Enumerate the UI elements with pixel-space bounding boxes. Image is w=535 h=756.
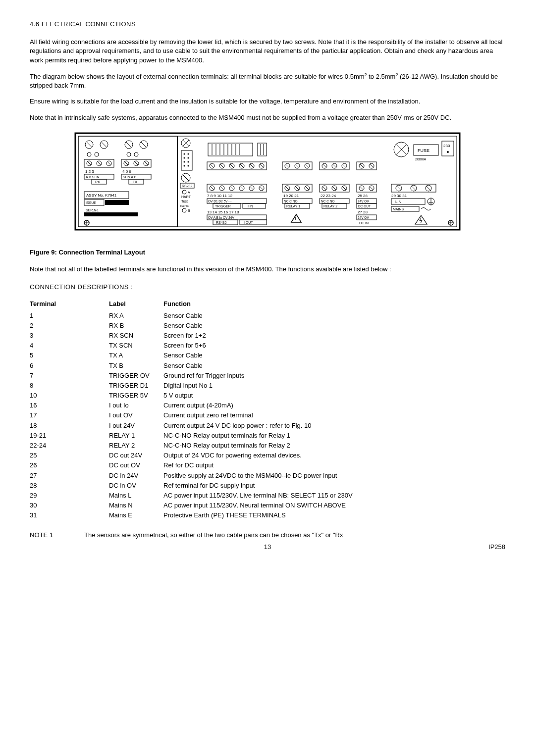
cell-terminal: 2 [30,321,109,331]
svg-text:24V  OV: 24V OV [358,200,369,203]
svg-point-14 [127,152,131,156]
table-row: 17I out OVCurrent output zero ref termin… [30,410,505,420]
svg-text:SCN  A   B: SCN A B [123,175,137,179]
paragraph-2: The diagram below shows the layout of ex… [30,72,505,91]
table-row: 19-21RELAY 1NC-C-NO Relay output termina… [30,431,505,441]
svg-text:19 20  21: 19 20 21 [283,194,299,198]
svg-line-11 [141,142,146,147]
svg-text:27  28: 27 28 [358,210,368,214]
svg-line-101 [210,186,214,190]
cell-function: Protective Earth (PE) THESE TERMINALS [163,510,505,520]
svg-line-29 [144,161,148,165]
svg-text:DC IN: DC IN [359,221,369,225]
connection-descriptions-title: CONNECTION DESCRIPTIONS : [30,283,505,292]
cell-function: Screen for 5+6 [163,341,505,351]
paragraph-1: All field wiring connections are accessi… [30,38,505,65]
paragraph-4: Note that in intrinsically safe systems,… [30,113,505,122]
cell-function: Ground ref for Trigger inputs [163,371,505,381]
svg-point-12 [87,152,91,156]
cell-terminal: 17 [30,410,109,420]
svg-point-15 [134,152,138,156]
svg-text:4    5    6: 4 5 6 [122,169,131,174]
table-row: 31Mains EProtective Earth (PE) THESE TER… [30,510,505,520]
cell-label: Mains N [109,501,163,510]
cell-label: TRIGGER D1 [109,381,163,391]
svg-text:FUSE: FUSE [418,148,429,153]
cell-label: DC in OV [109,481,163,491]
cell-terminal: 8 [30,381,109,391]
para2-a: The diagram below shows the layout of ex… [30,73,365,80]
cell-terminal: 18 [30,421,109,431]
page-footer: 13 IP258 [30,543,505,552]
svg-line-9 [102,142,107,147]
cell-label: TX B [109,361,163,371]
table-row: 2RX BSensor Cable [30,321,505,331]
svg-line-107 [240,186,244,190]
th-function: Function [163,300,505,310]
svg-text:7    8    9    10  11  12: 7 8 9 10 11 12 [207,194,233,198]
svg-rect-117 [243,203,266,208]
svg-line-211 [370,164,374,168]
svg-point-55 [188,153,189,154]
table-row: 3RX SCNScreen for 1+2 [30,331,505,341]
svg-line-130 [295,186,299,190]
svg-text:MAINS: MAINS [393,207,404,211]
cell-label: I out Io [109,401,163,410]
table-row: 22-24RELAY 2NC-C-NO Relay output termina… [30,441,505,451]
table-row: 18I out 24VCurrent output 24 V DC loop p… [30,421,505,431]
note-1: NOTE 1 The sensors are symmetrical, so e… [30,531,505,540]
cell-terminal: 22-24 [30,441,109,451]
svg-text:22  23  24: 22 23 24 [321,194,336,198]
svg-rect-86 [207,162,267,170]
svg-line-153 [360,186,364,190]
svg-point-67 [182,190,186,194]
svg-text:A: A [188,191,190,194]
table-row: 30Mains NAC power input 115/230V, Neural… [30,501,505,510]
svg-line-167 [396,186,401,191]
svg-line-18 [87,161,91,165]
svg-text:RS485: RS485 [216,221,227,224]
svg-point-57 [188,157,189,158]
figure-caption: Figure 9: Connection Terminal Layout [30,248,505,257]
cell-terminal: 31 [30,510,109,520]
svg-text:1    2    3: 1 2 3 [85,169,94,174]
svg-text:TX: TX [133,180,137,184]
table-row: 5TX ASensor Cable [30,351,505,360]
svg-text:25  26: 25 26 [358,194,368,198]
cell-terminal: 25 [30,451,109,460]
svg-point-58 [184,161,185,162]
table-row: 28DC in OVRef terminal for DC supply inp… [30,481,505,491]
svg-text:RELAY 1: RELAY 1 [286,204,300,208]
th-label: Label [109,300,163,310]
svg-text:I IN: I IN [248,204,253,208]
svg-rect-151 [357,184,376,192]
svg-point-56 [184,157,185,158]
svg-line-209 [360,164,364,168]
table-row: 7TRIGGER OVGround ref for Trigger inputs [30,371,505,381]
cell-label: RX B [109,321,163,331]
svg-line-22 [107,161,111,165]
svg-line-88 [210,164,214,168]
svg-line-10 [126,142,131,147]
svg-line-25 [124,161,128,165]
table-row: 1RX ASensor Cable [30,311,505,321]
cell-terminal: 30 [30,501,109,510]
svg-text:NC  C   NO: NC C NO [321,200,334,203]
cell-terminal: 19-21 [30,431,109,441]
svg-line-132 [305,186,309,190]
table-row: 25DC out 24VOutput of 24 VDC for powerin… [30,451,505,460]
svg-text:B: B [188,209,190,212]
section-heading: 4.6 ELECTRICAL CONNECTIONS [30,20,505,29]
cell-terminal: 26 [30,460,109,470]
th-terminal: Terminal [30,300,109,310]
svg-text:RX: RX [95,180,100,184]
cell-label: TRIGGER 5V [109,391,163,401]
cell-function: Positive supply at 24VDC to the MSM400--… [163,471,505,481]
cell-label: TRIGGER OV [109,371,163,381]
para2-b: to 2.5mm [367,73,396,80]
svg-point-54 [184,153,185,154]
svg-rect-44 [105,200,129,205]
svg-line-171 [426,186,431,191]
cell-terminal: 7 [30,371,109,381]
cell-function: Sensor Cable [163,351,505,360]
